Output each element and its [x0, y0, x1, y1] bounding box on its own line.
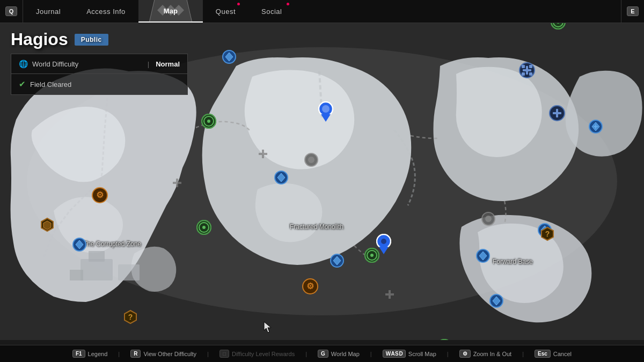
icon-checkpoint-4	[551, 23, 566, 32]
svg-rect-15	[259, 153, 267, 155]
svg-rect-17	[385, 293, 394, 295]
hotkey-difficulty-rewards: □ Difficulty Level Rewards	[219, 350, 295, 358]
tab-journal[interactable]: Journal	[23, 0, 74, 23]
svg-marker-81	[264, 322, 271, 333]
q-key-badge: Q	[5, 6, 18, 16]
difficulty-rewards-label: Difficulty Level Rewards	[232, 351, 295, 357]
icon-checkpoint-5	[437, 339, 452, 340]
top-navigation: Q Journal Access Info Map Quest Social	[0, 0, 644, 23]
cancel-label: Cancel	[553, 351, 572, 357]
tab-access-info[interactable]: Access Info	[74, 0, 138, 23]
left-panel: Hagios Public 🌐 World Difficulty | Norma…	[11, 29, 188, 95]
svg-marker-24	[321, 114, 331, 122]
icon-waypoint-4	[72, 238, 86, 254]
world-difficulty-label: World Difficulty	[32, 60, 78, 68]
svg-point-26	[381, 239, 386, 244]
icon-poi-1	[40, 217, 55, 234]
social-dot	[287, 3, 289, 5]
icon-waypoint-6	[476, 249, 490, 265]
svg-marker-66	[43, 221, 51, 230]
svg-text:?: ?	[545, 230, 550, 238]
svg-rect-7	[89, 251, 105, 262]
icon-waypoint-3	[330, 254, 344, 270]
world-difficulty-value: Normal	[156, 60, 180, 68]
svg-rect-75	[529, 65, 532, 68]
visibility-badge: Public	[75, 34, 108, 46]
svg-rect-73	[526, 66, 528, 75]
zoom-label: Zoom In & Out	[473, 351, 512, 357]
icon-waypoint-8	[589, 120, 603, 136]
region-title-container: Hagios Public	[11, 29, 188, 49]
svg-point-21	[485, 216, 492, 222]
field-cleared-label: Field Cleared	[30, 80, 71, 88]
icon-waypoint-7	[489, 294, 503, 310]
field-cleared-panel: ✔ Field Cleared	[11, 74, 188, 95]
tab-social[interactable]: Social	[248, 0, 295, 23]
tab-quest[interactable]: Quest	[203, 0, 248, 23]
svg-point-23	[322, 105, 330, 113]
world-map-label: World Map	[331, 351, 360, 357]
svg-rect-74	[522, 65, 525, 68]
hotkey-zoom: ⚙ Zoom In & Out	[459, 350, 512, 358]
svg-marker-27	[379, 247, 389, 254]
svg-point-48	[207, 120, 210, 123]
icon-boss-2: ⚙	[302, 278, 318, 297]
world-difficulty-panel: 🌐 World Difficulty | Normal	[11, 54, 188, 74]
f1-key: F1	[72, 350, 85, 358]
tab-map[interactable]: Map	[138, 0, 203, 23]
legend-label: Legend	[88, 351, 108, 357]
icon-boss-1: ⚙	[92, 187, 108, 205]
square-key: □	[219, 350, 229, 358]
svg-text:⚙: ⚙	[306, 282, 314, 291]
hotkey-cancel: Esc Cancel	[535, 350, 572, 358]
svg-rect-76	[522, 72, 525, 76]
quest-dot	[237, 3, 240, 5]
nav-key-e[interactable]: E	[621, 0, 644, 23]
scroll-map-label: Scroll Map	[408, 351, 436, 357]
icon-checkpoint-3	[364, 248, 379, 265]
svg-text:?: ?	[128, 313, 133, 321]
icon-cross-marker-right2	[549, 105, 565, 123]
map-pin-1	[318, 101, 333, 124]
other-difficulty-label: View Other Difficulty	[143, 351, 196, 357]
wasd-keys: W A S D	[383, 350, 406, 358]
icon-checkpoint-1	[201, 114, 216, 131]
svg-rect-77	[529, 72, 532, 76]
difficulty-separator: |	[148, 60, 149, 68]
nav-key-q[interactable]: Q	[0, 0, 23, 23]
zoom-key: ⚙	[459, 350, 471, 358]
hotkey-scroll-map: W A S D Scroll Map	[383, 350, 436, 358]
svg-rect-9	[70, 270, 83, 280]
svg-rect-80	[556, 109, 558, 117]
tab-map-label: Map	[164, 7, 178, 15]
hotkey-legend: F1 Legend	[72, 350, 107, 358]
region-name: Hagios	[11, 29, 68, 49]
svg-rect-13	[173, 182, 181, 184]
svg-point-19	[308, 157, 314, 163]
esc-key: Esc	[535, 350, 551, 358]
svg-point-54	[370, 254, 374, 257]
svg-point-58	[437, 339, 451, 340]
g-key: G	[318, 350, 328, 358]
bottom-bar: F1 Legend | R View Other Difficulty | □ …	[0, 345, 644, 362]
svg-rect-8	[118, 264, 140, 280]
icon-waypoint-1	[222, 50, 236, 66]
checkmark-icon: ✔	[19, 79, 26, 89]
difficulty-icon: 🌐	[19, 60, 28, 68]
icon-checkpoint-2	[196, 220, 211, 237]
icon-poi-2: ?	[123, 309, 138, 327]
hotkey-world-map: G World Map	[318, 350, 360, 358]
hotkey-other-difficulty: R View Other Difficulty	[130, 350, 196, 358]
icon-cross-marker-right	[519, 62, 535, 80]
mouse-cursor	[263, 321, 274, 336]
r-key: R	[130, 350, 141, 358]
icon-waypoint-2	[274, 171, 288, 187]
e-key-badge: E	[627, 6, 638, 16]
svg-rect-6	[80, 259, 113, 280]
svg-point-51	[202, 226, 206, 229]
svg-text:⚙: ⚙	[96, 190, 104, 200]
icon-poi-3: ?	[540, 226, 555, 243]
